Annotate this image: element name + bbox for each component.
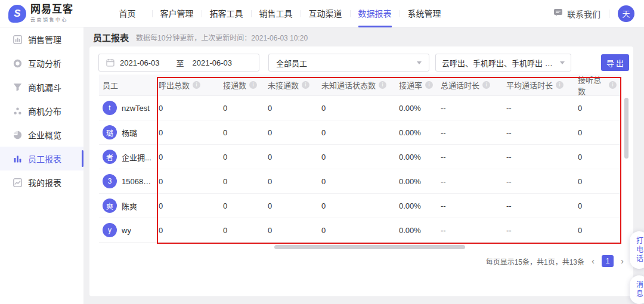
export-button[interactable]: 导出 <box>601 54 629 71</box>
column-header-2: 接通数 <box>223 79 268 91</box>
employee-cell: ywy <box>99 223 159 237</box>
contact-us-button[interactable]: 联系我们 <box>553 8 600 20</box>
sales-chart-icon <box>13 35 22 44</box>
info-icon[interactable] <box>609 81 617 89</box>
nav-item-6[interactable]: 数据报表 <box>350 0 400 27</box>
employee-report-table: 员工呼出总数接通数未接通数未知通话状态数接通率总通话时长平均通话时长接听总数tn… <box>99 75 621 243</box>
value-cell: 0 <box>159 226 223 235</box>
info-icon[interactable] <box>556 81 564 89</box>
column-header-label: 接通率 <box>399 79 422 91</box>
nav-item-5[interactable]: 互动渠道 <box>301 0 350 27</box>
sidebar-item-1[interactable]: 销售管理 <box>0 27 83 51</box>
table-row: 者企业拥...00000.00%----0 <box>99 145 621 169</box>
value-cell: -- <box>506 128 578 137</box>
value-cell: 0 <box>223 153 268 162</box>
value-cell: 0 <box>578 128 621 137</box>
nav-item-1[interactable]: 首页 <box>103 0 152 27</box>
avatar: 爽 <box>103 198 117 213</box>
employee-cell: 者企业拥... <box>99 150 159 164</box>
horizontal-scrollbar-thumb[interactable] <box>274 245 465 249</box>
make-call-button[interactable]: 打电话 <box>630 231 644 269</box>
column-header-3: 未接通数 <box>268 79 321 91</box>
main-nav: 首页客户管理拓客工具销售工具互动渠道数据报表系统管理 <box>103 0 449 27</box>
column-header-5: 接通率 <box>399 79 441 91</box>
call-type-select[interactable]: 云呼出、手机呼出、手机呼出 (中间号... <box>435 54 571 72</box>
sidebar-item-6[interactable]: 员工报表 <box>0 147 83 170</box>
value-cell: -- <box>441 226 506 235</box>
brand-logo: S 网易互客 云商销售中心 <box>8 4 92 23</box>
employee-name: 杨璐 <box>122 127 137 138</box>
table-row: 31506883...00000.00%----0 <box>99 169 621 194</box>
pagination: 每页显示15条，共1页，共13条 ‹ 1 › <box>486 255 624 267</box>
value-cell: 0 <box>321 153 399 162</box>
sidebar-item-5[interactable]: 企业概览 <box>0 123 83 147</box>
employee-name: 1506883... <box>122 177 154 186</box>
nav-item-7[interactable]: 系统管理 <box>400 0 449 27</box>
value-cell: -- <box>506 104 578 113</box>
date-end-value[interactable]: 2021-06-03 <box>193 58 233 67</box>
value-cell: 0 <box>321 177 399 186</box>
value-cell: 0 <box>578 226 621 235</box>
column-header-7: 平均通话时长 <box>506 79 578 91</box>
value-cell: 0 <box>268 153 321 162</box>
sidebar-item-label: 员工报表 <box>28 153 61 165</box>
employee-select[interactable]: 全部员工 <box>268 54 429 72</box>
info-icon[interactable] <box>425 81 433 89</box>
next-page-button[interactable]: › <box>621 255 624 267</box>
prev-page-button[interactable]: ‹ <box>592 255 595 267</box>
sidebar-item-label: 企业概览 <box>28 129 61 141</box>
column-header-4: 未知通话状态数 <box>321 79 399 91</box>
divider <box>609 10 609 18</box>
calendar-icon <box>106 58 114 67</box>
nav-item-4[interactable]: 销售工具 <box>251 0 301 27</box>
date-start-value[interactable]: 2021-06-03 <box>120 58 160 67</box>
update-note: 数据每10分钟更新，上次更新时间：2021-06-03 10:20 <box>136 32 308 42</box>
date-range-picker[interactable]: 2021-06-03 至 2021-06-03 <box>98 54 259 72</box>
vertical-scrollbar-thumb[interactable] <box>624 98 628 159</box>
sidebar-item-label: 销售管理 <box>28 33 61 45</box>
chevron-down-icon <box>417 61 422 64</box>
value-cell: 0.00% <box>399 104 441 113</box>
messages-label: 消息 <box>634 281 644 299</box>
sidebar-item-2[interactable]: 互动分析 <box>0 51 83 75</box>
info-icon[interactable] <box>193 81 200 89</box>
value-cell: 0 <box>223 226 268 235</box>
info-icon[interactable] <box>249 81 257 89</box>
user-avatar[interactable]: 天 <box>618 5 634 22</box>
employee-cell: 璐杨璐 <box>99 125 159 139</box>
page-header: 员工报表 数据每10分钟更新，上次更新时间：2021-06-03 10:20 <box>83 27 644 46</box>
info-icon[interactable] <box>482 81 490 89</box>
info-icon[interactable] <box>379 81 386 89</box>
table-row: ywy00000.00%----0 <box>99 218 621 243</box>
sidebar-item-3[interactable]: 商机漏斗 <box>0 75 83 99</box>
value-cell: -- <box>441 153 506 162</box>
column-header-label: 接通数 <box>223 79 246 91</box>
value-cell: 0 <box>268 177 321 186</box>
value-cell: 0 <box>578 201 621 210</box>
messages-button[interactable]: 消息 <box>630 275 644 304</box>
nav-item-3[interactable]: 拓客工具 <box>202 0 251 27</box>
page-number-1[interactable]: 1 <box>602 255 614 267</box>
sidebar: 销售管理互动分析商机漏斗商机分布企业概览员工报表我的报表 <box>0 27 83 304</box>
line-chart-icon <box>13 178 22 187</box>
info-icon[interactable] <box>302 81 309 89</box>
value-cell: 0 <box>159 177 223 186</box>
table-row: 璐杨璐00000.00%----0 <box>99 120 621 145</box>
table-row: tnzwTest00000.00%----0 <box>99 96 621 120</box>
pagination-summary: 每页显示15条，共1页，共13条 <box>486 256 584 266</box>
sidebar-item-4[interactable]: 商机分布 <box>0 99 83 123</box>
column-header-8: 接听总数 <box>578 74 621 97</box>
value-cell: 0 <box>159 104 223 113</box>
value-cell: 0 <box>321 104 399 113</box>
avatar: 者 <box>103 150 117 164</box>
nav-item-2[interactable]: 客户管理 <box>152 0 202 27</box>
report-card: 2021-06-03 至 2021-06-03 全部员工 云呼出、手机呼出、手机… <box>89 46 633 296</box>
chevron-down-icon <box>560 61 565 64</box>
contact-us-label: 联系我们 <box>567 8 600 20</box>
employee-cell: 31506883... <box>99 174 159 188</box>
call-type-select-value: 云呼出、手机呼出、手机呼出 (中间号... <box>442 57 554 69</box>
value-cell: 0 <box>223 177 268 186</box>
value-cell: 0 <box>321 128 399 137</box>
employee-cell: 爽陈爽 <box>99 198 159 213</box>
sidebar-item-7[interactable]: 我的报表 <box>0 170 83 194</box>
